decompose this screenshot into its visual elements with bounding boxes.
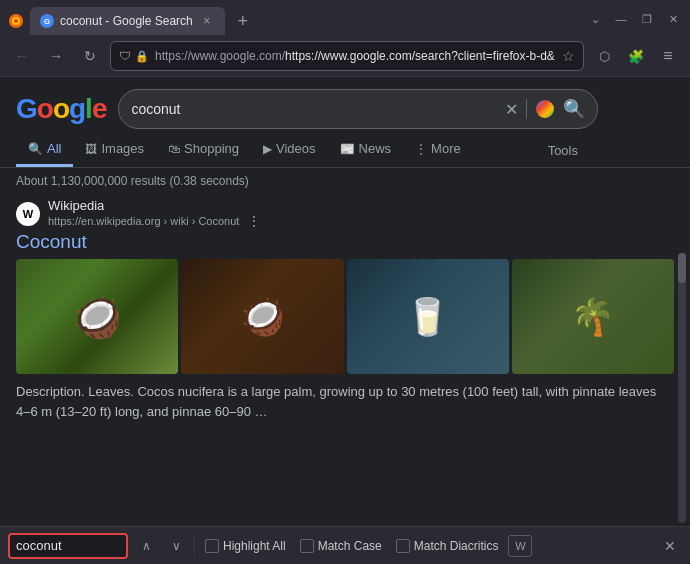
google-lens-icon[interactable] [535,99,555,119]
news-tab-icon: 📰 [340,142,355,156]
back-button[interactable]: ← [8,42,36,70]
images-tab-icon: 🖼 [85,142,97,156]
bookmark-star-icon[interactable]: ☆ [562,48,575,64]
address-text: https://www.google.com/https://www.googl… [155,49,556,63]
extensions-button[interactable]: 🧩 [622,42,650,70]
more-tab-icon: ⋮ [415,142,427,156]
tab-videos-label: Videos [276,141,316,156]
tab-strip: G coconut - Google Search × + [30,7,580,35]
scrollbar[interactable] [678,253,686,523]
google-header: Google coconut ✕ 🔍 [0,77,690,129]
wikipedia-result: W Wikipedia https://en.wikipedia.org › w… [16,198,674,421]
tab-all-label: All [47,141,61,156]
all-tab-icon: 🔍 [28,142,43,156]
shopping-tab-icon: 🛍 [168,142,180,156]
window-controls: ⌄ — ❐ ✕ [586,10,682,32]
tab-close-button[interactable]: × [199,13,215,29]
wiki-source-info: Wikipedia https://en.wikipedia.org › wik… [48,198,261,229]
tab-title: coconut - Google Search [60,14,193,28]
firefox-logo-icon [8,13,24,29]
maximize-button[interactable]: ❐ [638,10,656,28]
tab-favicon: G [40,14,54,28]
tab-shopping[interactable]: 🛍 Shopping [156,133,251,167]
tab-videos[interactable]: ▶ Videos [251,133,328,167]
wikipedia-name: Wikipedia [48,198,261,213]
address-bar[interactable]: 🛡 🔒 https://www.google.com/https://www.g… [110,41,584,71]
search-tabs: 🔍 All 🖼 Images 🛍 Shopping ▶ Videos 📰 New… [0,133,690,168]
tab-more[interactable]: ⋮ More [403,133,473,167]
find-close-button[interactable]: ✕ [658,534,682,558]
coconut-image-strip [16,259,674,374]
search-bar-divider [526,99,527,119]
search-submit-button[interactable]: 🔍 [563,98,585,120]
google-logo-e: e [92,93,107,124]
wiki-more-options-button[interactable]: ⋮ [247,213,261,229]
wikipedia-favicon: W [16,202,40,226]
find-input-wrapper[interactable] [8,533,128,559]
browser-chrome: G coconut - Google Search × + ⌄ — ❐ ✕ ← … [0,0,690,77]
highlight-all-option[interactable]: Highlight All [201,539,290,553]
match-diacritics-label: Match Diacritics [414,539,499,553]
highlight-all-checkbox[interactable] [205,539,219,553]
title-bar: G coconut - Google Search × + ⌄ — ❐ ✕ [0,0,690,36]
tab-news[interactable]: 📰 News [328,133,404,167]
find-input[interactable] [16,538,96,553]
coconut-image-4[interactable] [512,259,674,374]
svg-point-2 [14,19,18,23]
results-count: About 1,130,000,000 results (0.38 second… [16,174,674,188]
google-logo-o2: o [53,93,69,124]
google-logo-l: l [85,93,92,124]
address-bar-left-icons: 🛡 🔒 [119,49,149,63]
coconut-image-1[interactable] [16,259,178,374]
coconut-image-2[interactable] [181,259,343,374]
match-diacritics-checkbox[interactable] [396,539,410,553]
menu-button[interactable]: ≡ [654,42,682,70]
search-query-text: coconut [131,101,497,117]
google-logo-g2: g [69,93,85,124]
google-logo: Google [16,93,106,125]
results-area: About 1,130,000,000 results (0.38 second… [0,168,690,433]
highlight-all-label: Highlight All [223,539,286,553]
forward-button[interactable]: → [42,42,70,70]
match-case-option[interactable]: Match Case [296,539,386,553]
find-bar: ∧ ∨ Highlight All Match Case Match Diacr… [0,526,690,564]
match-diacritics-option[interactable]: Match Diacritics [392,539,503,553]
shield-icon: 🛡 [119,49,131,63]
page-content: Google coconut ✕ 🔍 🔍 All 🖼 Images 🛍 Shop… [0,77,690,527]
find-w-button[interactable]: W [508,535,532,557]
navigation-bar: ← → ↻ 🛡 🔒 https://www.google.com/https:/… [0,36,690,76]
find-previous-button[interactable]: ∧ [134,534,158,558]
wikipedia-result-link[interactable]: Coconut [16,231,674,253]
tab-more-label: More [431,141,461,156]
tools-button[interactable]: Tools [536,135,590,166]
google-logo-o1: o [37,93,53,124]
videos-tab-icon: ▶ [263,142,272,156]
scroll-thumb[interactable] [678,253,686,283]
wiki-result-header: W Wikipedia https://en.wikipedia.org › w… [16,198,674,229]
find-next-button[interactable]: ∨ [164,534,188,558]
google-logo-g1: G [16,93,37,124]
tab-shopping-label: Shopping [184,141,239,156]
tab-overflow-button[interactable]: ⌄ [586,10,604,28]
nav-right-icons: ⬡ 🧩 ≡ [590,42,682,70]
match-case-label: Match Case [318,539,382,553]
close-window-button[interactable]: ✕ [664,10,682,28]
wikipedia-url: https://en.wikipedia.org › wiki › Coconu… [48,213,261,229]
lock-icon: 🔒 [135,50,149,63]
match-case-checkbox[interactable] [300,539,314,553]
coconut-image-3[interactable] [347,259,509,374]
tab-images-label: Images [101,141,144,156]
minimize-button[interactable]: — [612,10,630,28]
tab-images[interactable]: 🖼 Images [73,133,156,167]
active-tab[interactable]: G coconut - Google Search × [30,7,225,35]
tab-news-label: News [359,141,392,156]
wikipedia-description: Description. Leaves. Cocos nucifera is a… [16,382,674,421]
address-bar-right-icons: ☆ [562,48,575,64]
pocket-button[interactable]: ⬡ [590,42,618,70]
google-search-bar[interactable]: coconut ✕ 🔍 [118,89,598,129]
find-bar-separator [194,536,195,556]
tab-all[interactable]: 🔍 All [16,133,73,167]
new-tab-button[interactable]: + [229,7,257,35]
search-clear-button[interactable]: ✕ [505,100,518,119]
refresh-button[interactable]: ↻ [76,42,104,70]
